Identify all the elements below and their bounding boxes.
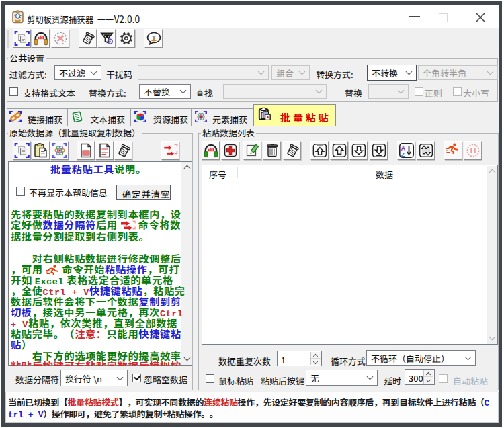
svg-text:Z: Z [401, 151, 405, 158]
